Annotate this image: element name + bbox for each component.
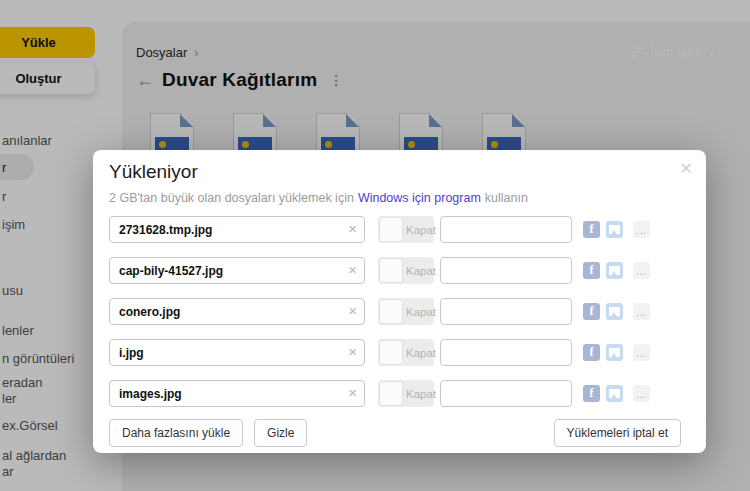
link-input[interactable]: [440, 380, 572, 407]
upload-row: × Kapat f …: [109, 339, 690, 366]
mail-icon[interactable]: [606, 385, 623, 402]
dialog-subtitle: 2 GB'tan büyük olan dosyaları yüklemek i…: [109, 191, 528, 205]
toggle-label: Kapat: [406, 388, 436, 400]
facebook-icon[interactable]: f: [583, 385, 600, 402]
hide-button[interactable]: Gizle: [254, 419, 307, 447]
toggle-label: Kapat: [406, 265, 436, 277]
share-toggle[interactable]: Kapat: [378, 257, 434, 284]
subtitle-text-before: 2 GB'tan büyük olan dosyaları yüklemek i…: [109, 191, 354, 205]
toggle-knob: [379, 217, 403, 242]
mail-icon[interactable]: [606, 221, 623, 238]
toggle-knob: [379, 258, 403, 283]
facebook-icon[interactable]: f: [583, 221, 600, 238]
upload-rows: × Kapat f … × Kapat f … × Kapat: [109, 216, 690, 421]
share-toggle[interactable]: Kapat: [378, 216, 434, 243]
more-options-icon[interactable]: …: [633, 262, 650, 279]
subtitle-text-after: kullanın: [485, 191, 528, 205]
toggle-label: Kapat: [406, 347, 436, 359]
toggle-knob: [379, 381, 403, 406]
filename-field: ×: [109, 339, 365, 366]
filename-input[interactable]: [109, 380, 365, 407]
mail-icon[interactable]: [606, 262, 623, 279]
link-input[interactable]: [440, 216, 572, 243]
windows-program-link[interactable]: Windows için program: [358, 191, 481, 205]
upload-row: × Kapat f …: [109, 380, 690, 407]
more-options-icon[interactable]: …: [633, 221, 650, 238]
filename-input[interactable]: [109, 257, 365, 284]
clear-icon[interactable]: ×: [348, 384, 357, 402]
toggle-label: Kapat: [406, 306, 436, 318]
share-toggle[interactable]: Kapat: [378, 339, 434, 366]
filename-field: ×: [109, 298, 365, 325]
dialog-footer: Daha fazlasını yükle Gizle Yüklemeleri i…: [109, 419, 681, 447]
filename-field: ×: [109, 216, 365, 243]
screen: Yükle Oluştur anılanlarrrişimusulenlern …: [0, 0, 750, 491]
filename-input[interactable]: [109, 339, 365, 366]
clear-icon[interactable]: ×: [348, 302, 357, 320]
share-toggle[interactable]: Kapat: [378, 298, 434, 325]
facebook-icon[interactable]: f: [583, 303, 600, 320]
filename-input[interactable]: [109, 216, 365, 243]
link-input[interactable]: [440, 339, 572, 366]
link-input[interactable]: [440, 298, 572, 325]
facebook-icon[interactable]: f: [583, 262, 600, 279]
more-options-icon[interactable]: …: [633, 385, 650, 402]
upload-row: × Kapat f …: [109, 298, 690, 325]
upload-dialog: ✕ Yükleniyor 2 GB'tan büyük olan dosyala…: [93, 150, 706, 453]
toggle-knob: [379, 340, 403, 365]
filename-field: ×: [109, 380, 365, 407]
upload-row: × Kapat f …: [109, 216, 690, 243]
filename-field: ×: [109, 257, 365, 284]
share-toggle[interactable]: Kapat: [378, 380, 434, 407]
facebook-icon[interactable]: f: [583, 344, 600, 361]
clear-icon[interactable]: ×: [348, 220, 357, 238]
close-icon[interactable]: ✕: [680, 159, 693, 178]
more-options-icon[interactable]: …: [633, 344, 650, 361]
clear-icon[interactable]: ×: [348, 343, 357, 361]
toggle-label: Kapat: [406, 224, 436, 236]
upload-row: × Kapat f …: [109, 257, 690, 284]
cancel-uploads-button[interactable]: Yüklemeleri iptal et: [554, 419, 681, 447]
toggle-knob: [379, 299, 403, 324]
clear-icon[interactable]: ×: [348, 261, 357, 279]
mail-icon[interactable]: [606, 303, 623, 320]
filename-input[interactable]: [109, 298, 365, 325]
load-more-button[interactable]: Daha fazlasını yükle: [109, 419, 243, 447]
link-input[interactable]: [440, 257, 572, 284]
mail-icon[interactable]: [606, 344, 623, 361]
dialog-title: Yükleniyor: [109, 161, 198, 183]
more-options-icon[interactable]: …: [633, 303, 650, 320]
